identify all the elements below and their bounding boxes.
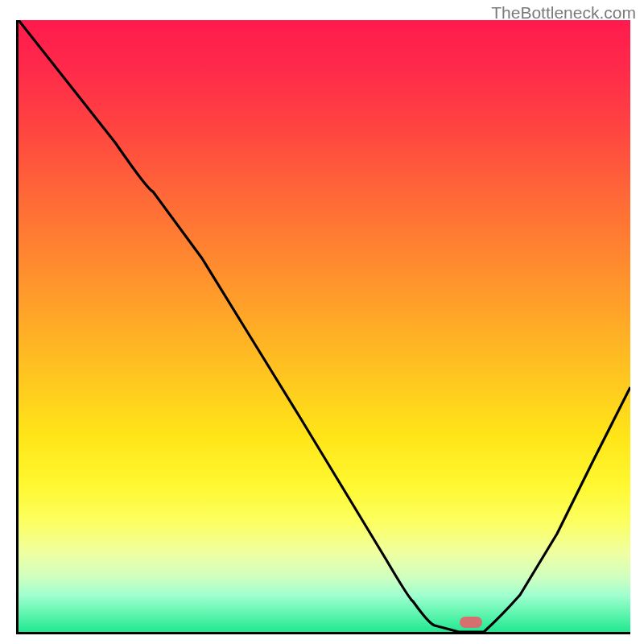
bottleneck-curve-path bbox=[19, 20, 630, 632]
optimal-point-marker bbox=[460, 617, 482, 628]
chart-container: TheBottleneck.com bbox=[0, 0, 644, 644]
watermark-text: TheBottleneck.com bbox=[491, 3, 636, 23]
plot-area bbox=[16, 20, 630, 634]
curve-layer bbox=[19, 20, 630, 632]
